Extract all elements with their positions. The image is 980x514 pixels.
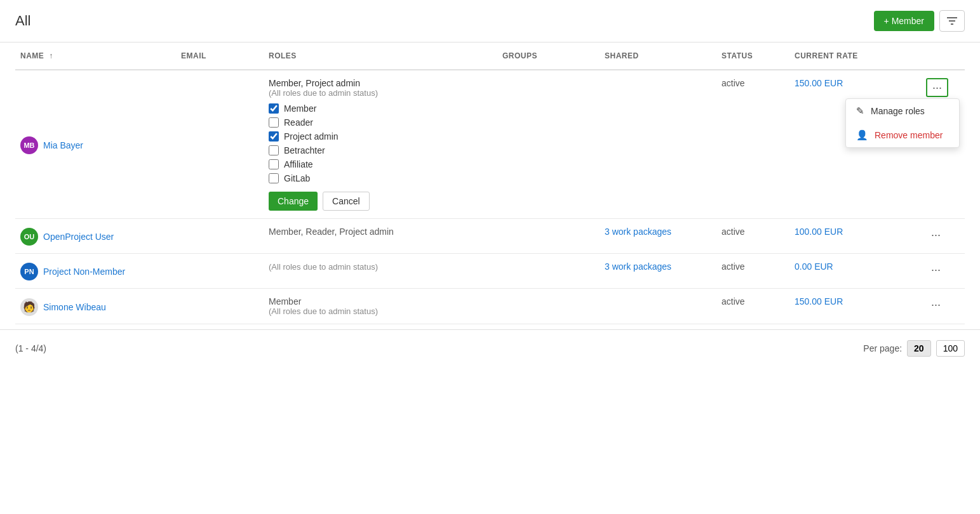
remove-member-item[interactable]: 👤 Remove member [846,123,959,147]
member-actions-ou: ··· [921,219,965,254]
members-table: NAME ↑ EMAIL ROLES GROUPS SHARED [15,43,965,324]
checkbox-item-project-admin: Project admin [269,129,492,143]
member-name-text-sw: Simone Wibeau [43,302,106,312]
member-roles-ou: Member, Reader, Project admin [264,219,497,254]
table-container: NAME ↑ EMAIL ROLES GROUPS SHARED [0,43,980,324]
page-container: All + Member NAME ↑ [0,0,980,514]
per-page-20[interactable]: 20 [907,340,931,357]
checkbox-list: Member Reader Project admin [269,102,492,185]
table-row: PN Project Non-Member (All roles due to … [15,254,965,289]
avatar-mia: MB [20,136,38,154]
member-status-mia: active [716,70,789,219]
role-project-admin-label: Project admin [284,131,339,142]
role-affiliate-label: Affiliate [284,159,313,169]
filter-button[interactable] [939,10,965,32]
member-email-mia [176,70,264,219]
col-header-groups: GROUPS [497,43,600,70]
member-name-pn[interactable]: PN Project Non-Member [20,261,171,280]
three-dots-icon-pn: ··· [931,264,941,275]
checkbox-item-gitlab: GitLab [269,171,492,185]
checkbox-item-betrachter: Betrachter [269,143,492,157]
roles-text-ou: Member, Reader, Project admin [269,227,394,237]
checkbox-item-affiliate: Affiliate [269,157,492,171]
pencil-icon [856,105,864,117]
action-menu-button-sw[interactable]: ··· [926,296,946,313]
member-name-cell-pn: PN Project Non-Member [15,254,176,289]
work-packages-link-pn[interactable]: 3 work packages [605,261,671,272]
action-menu-button-pn[interactable]: ··· [926,261,946,278]
member-shared-sw [600,289,716,324]
per-page-100[interactable]: 100 [936,340,965,357]
member-name-mia[interactable]: MB Mia Bayer [20,135,171,154]
status-active-mia: active [722,78,745,88]
member-groups-pn [497,254,600,289]
rate-value-ou: 100.00 EUR [795,227,843,237]
roles-intro-note: (All roles due to admin status) [269,88,492,98]
checkbox-item-reader: Reader [269,115,492,129]
member-name-sw[interactable]: 🧑 Simone Wibeau [20,297,171,316]
member-groups-sw [497,289,600,324]
three-dots-icon: ··· [932,82,942,93]
member-name-ou[interactable]: OU OpenProject User [20,227,171,246]
member-rate-sw: 150.00 EUR [789,289,921,324]
table-header: NAME ↑ EMAIL ROLES GROUPS SHARED [15,43,965,70]
avatar-sw: 🧑 [20,298,38,316]
roles-text-sw: Member [269,296,492,306]
member-name-text: Mia Bayer [43,140,83,150]
col-header-name[interactable]: NAME ↑ [15,43,176,70]
member-email-pn [176,254,264,289]
member-groups-mia [497,70,600,219]
remove-member-label: Remove member [875,130,943,140]
member-actions-sw: ··· [921,289,965,324]
change-button[interactable]: Change [269,192,318,211]
member-email-ou [176,219,264,254]
checkbox-member[interactable] [269,103,279,114]
role-actions: Change Cancel [269,192,492,211]
col-email-label: EMAIL [181,51,206,60]
page-header: All + Member [0,0,980,43]
col-shared-label: SHARED [605,51,639,60]
checkbox-project-admin[interactable] [269,131,279,142]
cancel-button[interactable]: Cancel [323,192,370,211]
table-body: MB Mia Bayer Member, Project admin (All … [15,70,965,324]
pagination-info: (1 - 4/4) [15,343,46,353]
roles-display-sw: Member (All roles due to admin status) [269,296,492,316]
table-row: 🧑 Simone Wibeau Member (All roles due to… [15,289,965,324]
col-header-status: STATUS [716,43,789,70]
col-header-shared: SHARED [600,43,716,70]
member-email-sw [176,289,264,324]
page-footer: (1 - 4/4) Per page: 20 100 [0,329,980,367]
avatar-ou: OU [20,228,38,246]
col-rate-label: CURRENT RATE [795,51,858,60]
member-status-pn: active [716,254,789,289]
member-shared-mia [600,70,716,219]
roles-note-pn: (All roles due to admin status) [269,262,378,272]
add-member-button[interactable]: + Member [874,11,934,31]
member-actions-pn: ··· [921,254,965,289]
col-header-email: EMAIL [176,43,264,70]
col-header-actions [921,43,965,70]
checkbox-gitlab[interactable] [269,173,279,183]
action-menu-button-ou[interactable]: ··· [926,227,946,243]
checkbox-affiliate[interactable] [269,159,279,169]
status-active-pn: active [722,261,745,272]
member-name-text-pn: Project Non-Member [43,267,125,277]
member-rate-pn: 0.00 EUR [789,254,921,289]
member-name-cell-sw: 🧑 Simone Wibeau [15,289,176,324]
three-dots-icon-ou: ··· [931,229,941,241]
status-active-ou: active [722,227,745,237]
col-roles-label: ROLES [269,51,297,60]
manage-roles-item[interactable]: Manage roles [846,99,959,123]
roles-dropdown: Member, Project admin (All roles due to … [269,78,492,211]
checkbox-item-member: Member [269,102,492,115]
work-packages-link-ou[interactable]: 3 work packages [605,227,671,237]
role-gitlab-label: GitLab [284,173,310,183]
add-member-label: + Member [884,16,924,26]
member-name-cell: MB Mia Bayer [15,70,176,219]
member-roles-sw: Member (All roles due to admin status) [264,289,497,324]
roles-intro: Member, Project admin (All roles due to … [269,78,492,98]
checkbox-reader[interactable] [269,117,279,128]
col-status-label: STATUS [722,51,753,60]
action-menu-button-mia[interactable]: ··· [926,78,948,97]
checkbox-betrachter[interactable] [269,145,279,155]
